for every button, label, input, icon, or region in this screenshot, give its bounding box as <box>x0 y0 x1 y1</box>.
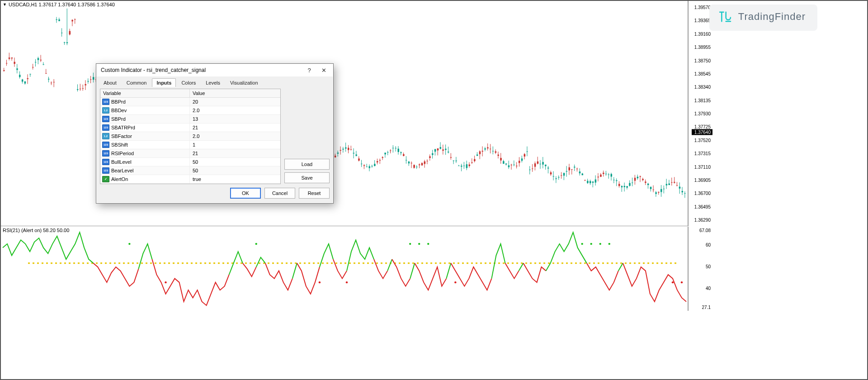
variable-name: BBPrd <box>111 99 126 104</box>
ok-button[interactable]: OK <box>230 188 261 199</box>
help-button[interactable]: ? <box>302 65 316 75</box>
variable-value[interactable]: 21 <box>190 150 280 157</box>
svg-rect-53 <box>71 20 73 21</box>
svg-rect-257 <box>340 150 341 151</box>
svg-rect-3 <box>6 63 7 63</box>
svg-rect-11 <box>16 68 18 70</box>
indicator-properties-dialog[interactable]: Custom Indicator - rsi_trend_catcher_sig… <box>96 63 334 204</box>
svg-rect-317 <box>419 165 420 166</box>
svg-rect-7 <box>11 57 13 58</box>
variable-value[interactable]: 50 <box>190 158 280 166</box>
svg-rect-287 <box>379 160 381 161</box>
svg-rect-461 <box>608 175 609 175</box>
svg-rect-459 <box>605 174 607 174</box>
svg-rect-435 <box>574 167 575 168</box>
svg-rect-277 <box>366 166 368 167</box>
variable-name: SBShift <box>111 142 128 147</box>
indicator-tick: 27.1 <box>702 305 711 310</box>
indicator-pane[interactable]: RSI(21) (Alert on) 58.20 50.00 <box>1 227 688 311</box>
variable-value[interactable]: 20 <box>190 98 280 105</box>
input-row[interactable]: 123SBShift1 <box>100 141 280 149</box>
save-button[interactable]: Save <box>284 172 330 183</box>
input-row[interactable]: 123BBPrd20 <box>100 98 280 106</box>
indicator-tick: 67.08 <box>699 228 711 233</box>
close-button[interactable]: ✕ <box>317 65 330 75</box>
svg-rect-407 <box>537 162 538 164</box>
svg-rect-69 <box>93 77 94 80</box>
svg-rect-259 <box>342 149 344 150</box>
svg-rect-281 <box>371 166 373 166</box>
svg-rect-1 <box>3 70 5 71</box>
svg-rect-465 <box>613 180 614 180</box>
svg-rect-273 <box>361 164 362 164</box>
input-row[interactable]: 123SBATRPrd21 <box>100 124 280 132</box>
svg-rect-475 <box>626 186 627 187</box>
svg-rect-329 <box>434 149 436 152</box>
svg-rect-485 <box>639 176 641 177</box>
input-row[interactable]: 1.2BBDev2.0 <box>100 106 280 115</box>
price-tick: 1.36290 <box>694 218 711 223</box>
svg-rect-337 <box>445 149 446 150</box>
input-row[interactable]: 123SBPrd13 <box>100 115 280 124</box>
input-row[interactable]: 123BullLevel50 <box>100 158 280 166</box>
svg-point-531 <box>319 281 321 283</box>
dialog-titlebar[interactable]: Custom Indicator - rsi_trend_catcher_sig… <box>96 64 333 76</box>
variable-name: SBPrd <box>111 116 126 122</box>
variable-name: SBATRPrd <box>111 125 135 130</box>
tab-common[interactable]: Common <box>122 78 151 87</box>
input-row[interactable]: ✓AlertOntrue <box>100 175 280 184</box>
price-axis: 1.395701.393651.391601.389551.387501.385… <box>688 1 712 311</box>
svg-rect-429 <box>566 171 567 171</box>
variable-name: AlertOn <box>111 176 128 182</box>
reset-button[interactable]: Reset <box>299 188 330 199</box>
svg-rect-399 <box>526 152 528 152</box>
variable-value[interactable]: 2.0 <box>190 133 280 140</box>
input-row[interactable]: 123BearLevel50 <box>100 166 280 175</box>
tab-levels[interactable]: Levels <box>201 78 225 87</box>
svg-rect-13 <box>19 75 20 77</box>
price-tick: 1.39570 <box>694 5 711 10</box>
tab-inputs[interactable]: Inputs <box>152 78 176 87</box>
svg-rect-515 <box>679 187 680 189</box>
svg-rect-31 <box>42 64 44 65</box>
type-icon: 123 <box>102 159 109 165</box>
variable-value[interactable]: 13 <box>190 115 280 123</box>
svg-rect-437 <box>576 169 578 169</box>
svg-rect-325 <box>429 157 430 158</box>
svg-rect-25 <box>35 62 36 62</box>
tradingfinder-watermark: TradingFinder <box>709 5 817 31</box>
svg-rect-333 <box>440 147 441 149</box>
svg-rect-341 <box>450 157 452 157</box>
variable-value[interactable]: 50 <box>190 167 280 174</box>
svg-rect-303 <box>400 152 401 153</box>
svg-rect-57 <box>77 89 78 90</box>
svg-point-526 <box>581 243 583 245</box>
cancel-button[interactable]: Cancel <box>264 188 295 199</box>
load-button[interactable]: Load <box>284 159 330 170</box>
svg-rect-293 <box>387 152 388 152</box>
price-tick: 1.37110 <box>694 164 711 169</box>
inputs-grid[interactable]: Variable Value 123BBPrd201.2BBDev2.0123S… <box>100 89 281 184</box>
svg-rect-417 <box>550 172 552 175</box>
svg-rect-383 <box>505 163 507 164</box>
svg-rect-47 <box>64 42 65 43</box>
variable-value[interactable]: 21 <box>190 124 280 131</box>
svg-rect-321 <box>424 162 425 164</box>
svg-rect-447 <box>590 181 591 183</box>
variable-value[interactable]: 2.0 <box>190 107 280 114</box>
variable-value[interactable]: 1 <box>190 141 280 148</box>
svg-rect-361 <box>476 155 478 156</box>
variable-name: SBFactor <box>111 133 132 139</box>
price-tick: 1.36495 <box>694 204 711 209</box>
svg-rect-463 <box>611 174 612 177</box>
tab-colors[interactable]: Colors <box>177 78 200 87</box>
svg-rect-253 <box>335 156 336 157</box>
input-row[interactable]: 123RSIPeriod21 <box>100 149 280 158</box>
tab-about[interactable]: About <box>99 78 121 87</box>
svg-rect-397 <box>524 154 525 157</box>
variable-value[interactable]: true <box>190 176 280 183</box>
svg-rect-19 <box>27 78 28 79</box>
tab-visualization[interactable]: Visualization <box>226 78 263 87</box>
input-row[interactable]: 1.2SBFactor2.0 <box>100 132 280 141</box>
svg-rect-431 <box>568 167 570 171</box>
